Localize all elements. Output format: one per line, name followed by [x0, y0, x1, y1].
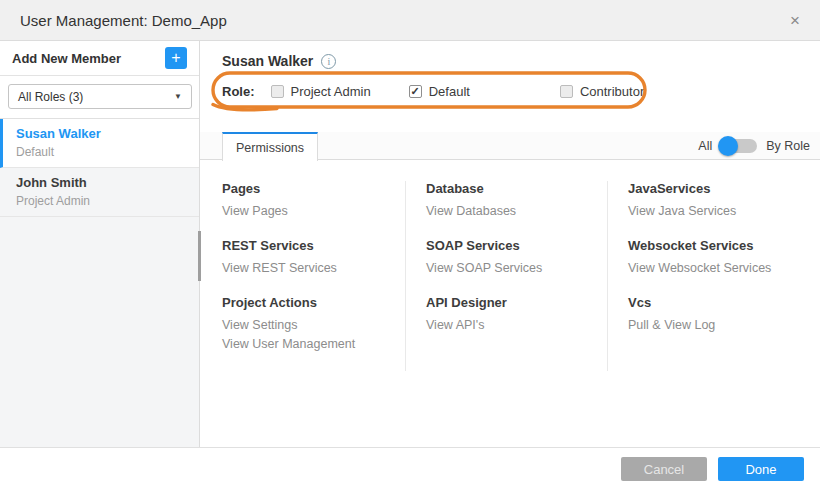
permissions-grid: Pages View Pages REST Services View REST… [222, 181, 809, 371]
permission-group-title: REST Services [222, 238, 405, 253]
add-member-button[interactable]: + [165, 47, 187, 69]
role-label: Role: [222, 84, 255, 99]
permission-group-title: JavaServices [628, 181, 809, 196]
checkbox-icon[interactable]: ✓ [409, 85, 422, 98]
permission-item[interactable]: View Pages [222, 202, 405, 221]
permission-group-title: SOAP Services [426, 238, 607, 253]
role-option-label: Contributor [580, 84, 644, 99]
permission-group-title: Database [426, 181, 607, 196]
permission-group: JavaServices View Java Services [628, 181, 809, 221]
user-role: Default [16, 145, 187, 159]
roles-filter-wrap: All Roles (3) ▼ [0, 76, 199, 118]
roles-filter-dropdown[interactable]: All Roles (3) ▼ [8, 84, 192, 109]
tab-permissions[interactable]: Permissions [222, 132, 318, 161]
dialog-header: User Management: Demo_App × [0, 0, 820, 41]
permission-item[interactable]: View Settings [222, 316, 405, 335]
selected-user-heading: Susan Walker i [222, 53, 336, 69]
add-member-row: Add New Member + [0, 41, 199, 76]
user-management-dialog: User Management: Demo_App × Add New Memb… [0, 0, 820, 490]
permission-group: Database View Databases [426, 181, 607, 221]
permissions-column: JavaServices View Java Services Websocke… [607, 181, 809, 371]
permissions-column: Database View Databases SOAP Services Vi… [405, 181, 607, 371]
main-panel: Susan Walker i Role: Project Admin ✓ Def… [200, 41, 820, 447]
dialog-body: Add New Member + All Roles (3) ▼ Susan W… [0, 41, 820, 447]
user-list: Susan Walker Default John Smith Project … [0, 118, 199, 447]
permission-group: API Designer View API's [426, 295, 607, 335]
permission-item[interactable]: View Websocket Services [628, 259, 809, 278]
role-checkbox-option[interactable]: ✓ Default [409, 84, 470, 99]
role-row: Role: Project Admin ✓ Default Contributo… [222, 84, 644, 99]
switch-knob [718, 136, 738, 156]
permission-group: Project Actions View SettingsView User M… [222, 295, 405, 354]
role-option-label: Project Admin [291, 84, 371, 99]
close-icon[interactable]: × [786, 10, 804, 31]
selected-user-name: Susan Walker [222, 53, 313, 69]
done-button[interactable]: Done [718, 457, 804, 481]
info-icon[interactable]: i [321, 54, 336, 69]
user-list-item[interactable]: John Smith Project Admin [0, 168, 199, 217]
permission-group-title: Project Actions [222, 295, 405, 310]
role-checkbox-option[interactable]: Project Admin [271, 84, 371, 99]
permission-item[interactable]: View Databases [426, 202, 607, 221]
permission-item[interactable]: View API's [426, 316, 607, 335]
user-name: Susan Walker [16, 126, 187, 141]
checkbox-icon[interactable] [560, 85, 573, 98]
roles-filter-value: All Roles (3) [18, 90, 83, 104]
chevron-down-icon: ▼ [174, 92, 182, 101]
dialog-title: User Management: Demo_App [20, 12, 227, 29]
permission-group-title: API Designer [426, 295, 607, 310]
permission-group: REST Services View REST Services [222, 238, 405, 278]
role-checkbox-option[interactable]: Contributor [560, 84, 644, 99]
permission-item[interactable]: View SOAP Services [426, 259, 607, 278]
scrollbar-thumb[interactable] [198, 231, 201, 281]
dialog-footer: Cancel Done [0, 447, 820, 490]
user-list-item[interactable]: Susan Walker Default [0, 119, 199, 168]
permission-item[interactable]: View Java Services [628, 202, 809, 221]
permission-group-title: Pages [222, 181, 405, 196]
permission-group: Websocket Services View Websocket Servic… [628, 238, 809, 278]
permission-group: Pages View Pages [222, 181, 405, 221]
permission-item[interactable]: View User Management [222, 335, 405, 354]
toggle-left-label: All [698, 139, 712, 153]
toggle-right-label: By Role [766, 139, 810, 153]
all-byrole-toggle-group: All By Role [698, 132, 810, 160]
sidebar: Add New Member + All Roles (3) ▼ Susan W… [0, 41, 200, 447]
permission-group: Vcs Pull & View Log [628, 295, 809, 335]
permission-group-title: Websocket Services [628, 238, 809, 253]
user-name: John Smith [16, 175, 187, 190]
all-byrole-switch[interactable] [721, 139, 757, 153]
permission-item[interactable]: Pull & View Log [628, 316, 809, 335]
permission-group: SOAP Services View SOAP Services [426, 238, 607, 278]
role-option-label: Default [429, 84, 470, 99]
user-role: Project Admin [16, 194, 187, 208]
permission-item[interactable]: View REST Services [222, 259, 405, 278]
checkbox-icon[interactable] [271, 85, 284, 98]
permission-group-title: Vcs [628, 295, 809, 310]
tab-strip: Permissions All By Role [200, 132, 820, 160]
add-member-label: Add New Member [12, 51, 121, 66]
permissions-column: Pages View Pages REST Services View REST… [222, 181, 405, 371]
cancel-button[interactable]: Cancel [621, 457, 707, 481]
